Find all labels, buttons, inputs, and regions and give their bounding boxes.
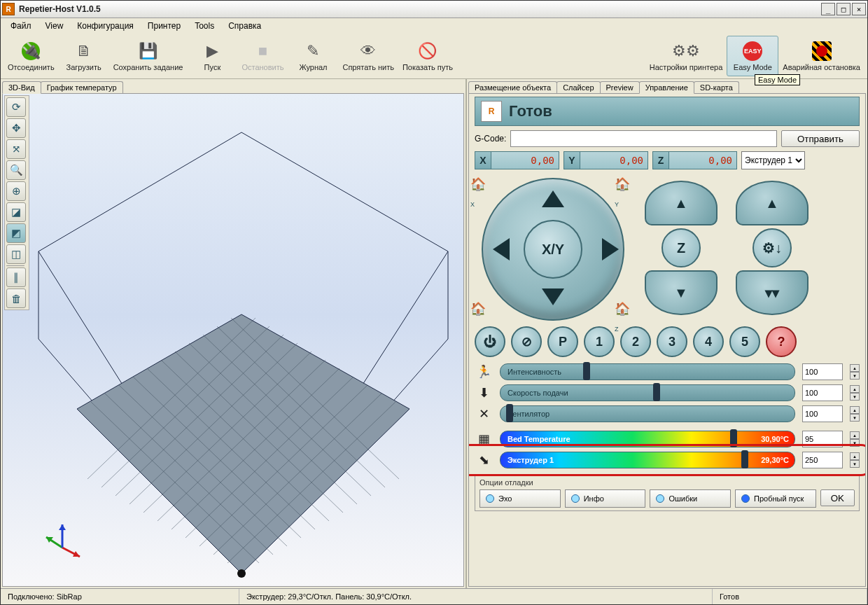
cmd-button-2[interactable]: P bbox=[547, 326, 578, 357]
home-x-icon[interactable]: 🏠X bbox=[470, 176, 489, 195]
status-conn: Подключено: SibRap bbox=[1, 589, 239, 604]
jog-x-plus[interactable] bbox=[602, 238, 619, 260]
viewport-toolbar: ⟳ ✥ ⤧ 🔍 ⊕ ◪ ◩ ◫ ∥ 🗑 bbox=[4, 95, 29, 310]
debug-title: Опции отладки bbox=[479, 478, 855, 487]
gcode-input[interactable] bbox=[510, 130, 777, 147]
jog-y-plus[interactable] bbox=[542, 190, 564, 207]
retract-button[interactable]: ▾▾ bbox=[736, 270, 808, 315]
close-button[interactable]: × bbox=[852, 3, 866, 15]
iso2-button[interactable]: ◩ bbox=[6, 223, 26, 243]
iso3-button[interactable]: ◫ bbox=[6, 244, 26, 264]
move2-button[interactable]: ⤧ bbox=[6, 139, 26, 159]
disconnect-button[interactable]: 🔌Отсоединить bbox=[4, 36, 59, 76]
status-state: Готов bbox=[713, 589, 867, 604]
fit-button[interactable]: ⊕ bbox=[6, 181, 26, 201]
maximize-button[interactable]: □ bbox=[836, 3, 850, 15]
menu-принтер[interactable]: Принтер bbox=[142, 20, 186, 32]
easy-button[interactable]: EASYEasy Mode bbox=[727, 36, 778, 76]
debug-ошибки[interactable]: Ошибки bbox=[650, 489, 731, 508]
cmd-button-5[interactable]: 3 bbox=[657, 326, 687, 357]
menu-tools[interactable]: Tools bbox=[189, 20, 220, 32]
spinner[interactable]: ▲▼ bbox=[850, 452, 860, 468]
delete-button[interactable]: 🗑 bbox=[6, 288, 26, 308]
cmd-button-6[interactable]: 4 bbox=[693, 326, 724, 357]
feed-slider[interactable]: Скорость подачи bbox=[500, 384, 795, 401]
home-z-icon[interactable]: 🏠Z bbox=[615, 301, 633, 319]
speed-icon: 🏃 bbox=[475, 364, 493, 380]
cmd-button-8[interactable]: ? bbox=[766, 326, 797, 357]
right-tabs: Размещение объектаСлайсерPreviewУправлен… bbox=[467, 79, 867, 93]
debug-эхо[interactable]: Эхо bbox=[479, 489, 561, 508]
value-input[interactable]: 250 bbox=[802, 452, 843, 468]
log-icon: ✎ bbox=[303, 41, 323, 61]
extrude-button[interactable]: ▲ bbox=[736, 181, 808, 225]
jog-z-pad: ▲ Z ▼ bbox=[643, 181, 720, 315]
menu-справка[interactable]: Справка bbox=[223, 20, 267, 32]
parallel-button[interactable]: ∥ bbox=[6, 267, 26, 287]
home-y-icon[interactable]: 🏠Y bbox=[615, 176, 633, 195]
estop-icon bbox=[812, 41, 832, 61]
fan-slider[interactable]: Вентилятор bbox=[500, 405, 795, 422]
cmd-button-1[interactable]: ⊘ bbox=[511, 326, 542, 357]
app-window: R Repetier-Host V1.0.5 _ □ × ФайлViewКон… bbox=[0, 0, 868, 605]
iso1-button[interactable]: ◪ bbox=[6, 202, 26, 222]
tab-preview[interactable]: Preview bbox=[600, 81, 640, 93]
showpath-button[interactable]: 🚫Показать путь bbox=[398, 36, 457, 76]
tab-управление[interactable]: Управление bbox=[639, 81, 694, 94]
run-label: Пуск bbox=[204, 63, 221, 71]
value-input[interactable]: 100 bbox=[802, 363, 843, 380]
cmd-button-0[interactable]: ⏻ bbox=[475, 326, 505, 357]
extruder-select[interactable]: Экструдер 1 bbox=[741, 151, 805, 169]
zoom-button[interactable]: 🔍 bbox=[6, 160, 26, 180]
extrude-center[interactable]: ⚙↓ bbox=[752, 228, 792, 267]
disconnect-icon: 🔌 bbox=[21, 41, 41, 61]
svg-marker-29 bbox=[59, 524, 66, 530]
jog-z-plus[interactable]: ▲ bbox=[645, 181, 718, 225]
load-button[interactable]: 🗎Загрузить bbox=[59, 36, 109, 76]
psettings-button[interactable]: ⚙⚙Настройки принтера bbox=[645, 36, 727, 76]
ext-slider[interactable]: Экструдер 129,30°C bbox=[500, 452, 795, 468]
send-button[interactable]: Отправить bbox=[781, 130, 860, 147]
jog-z-center[interactable]: Z bbox=[662, 228, 701, 267]
debug-инфо[interactable]: Инфо bbox=[565, 489, 646, 508]
minimize-button[interactable]: _ bbox=[821, 3, 835, 15]
cmd-button-7[interactable]: 5 bbox=[729, 326, 760, 357]
debug-пробный пуск[interactable]: Пробный пуск bbox=[735, 489, 816, 508]
jog-xy-center[interactable]: X/Y bbox=[524, 220, 582, 279]
tab-sd-карта[interactable]: SD-карта bbox=[694, 81, 739, 93]
menu-файл[interactable]: Файл bbox=[5, 20, 37, 32]
reset-view-button[interactable]: ⟳ bbox=[6, 97, 26, 117]
cmd-button-4[interactable]: 2 bbox=[620, 326, 651, 357]
bed-slider[interactable]: Bed Temperature30,90°C bbox=[500, 431, 795, 447]
spinner[interactable]: ▲▼ bbox=[850, 406, 860, 422]
spinner[interactable]: ▲▼ bbox=[850, 364, 860, 380]
menu-конфигурация[interactable]: Конфигурация bbox=[71, 20, 139, 32]
jog-z-minus[interactable]: ▼ bbox=[645, 270, 718, 315]
hide-button[interactable]: 👁Спрятать нить bbox=[338, 36, 398, 76]
move-button[interactable]: ✥ bbox=[6, 118, 26, 138]
debug-ok-button[interactable]: OK bbox=[820, 489, 855, 506]
command-row: ⏻⊘P12345? bbox=[475, 326, 860, 357]
menu-view[interactable]: View bbox=[40, 20, 69, 32]
cmd-button-3[interactable]: 1 bbox=[584, 326, 615, 357]
savejob-button[interactable]: 💾Сохранить задание bbox=[109, 36, 188, 76]
value-input[interactable]: 100 bbox=[802, 405, 843, 422]
estop-button[interactable]: Аварийная остановка bbox=[778, 36, 864, 76]
log-button[interactable]: ✎Журнал bbox=[288, 36, 338, 76]
tab-размещение-объекта[interactable]: Размещение объекта bbox=[468, 81, 557, 93]
jog-y-minus[interactable] bbox=[542, 288, 564, 305]
jog-x-minus[interactable] bbox=[493, 238, 510, 260]
stop-button[interactable]: ■Остановить bbox=[237, 36, 288, 76]
value-input[interactable]: 100 bbox=[802, 384, 843, 401]
run-button[interactable]: ▶Пуск bbox=[187, 36, 237, 76]
value-input[interactable]: 95 bbox=[802, 431, 843, 447]
home-all-icon[interactable]: 🏠 bbox=[470, 301, 489, 319]
tab-график-температур[interactable]: График температур bbox=[41, 81, 123, 93]
spinner[interactable]: ▲▼ bbox=[850, 431, 860, 447]
tab-слайсер[interactable]: Слайсер bbox=[556, 81, 600, 93]
tab-3d-вид[interactable]: 3D-Вид bbox=[2, 81, 41, 94]
jog-xy-pad[interactable]: 🏠X 🏠Y 🏠 🏠Z X/Y bbox=[475, 178, 629, 318]
spinner[interactable]: ▲▼ bbox=[850, 385, 860, 401]
3d-viewport[interactable]: ⟳ ✥ ⤧ 🔍 ⊕ ◪ ◩ ◫ ∥ 🗑 bbox=[2, 93, 464, 587]
speed-slider[interactable]: Интенсивность bbox=[500, 363, 795, 380]
